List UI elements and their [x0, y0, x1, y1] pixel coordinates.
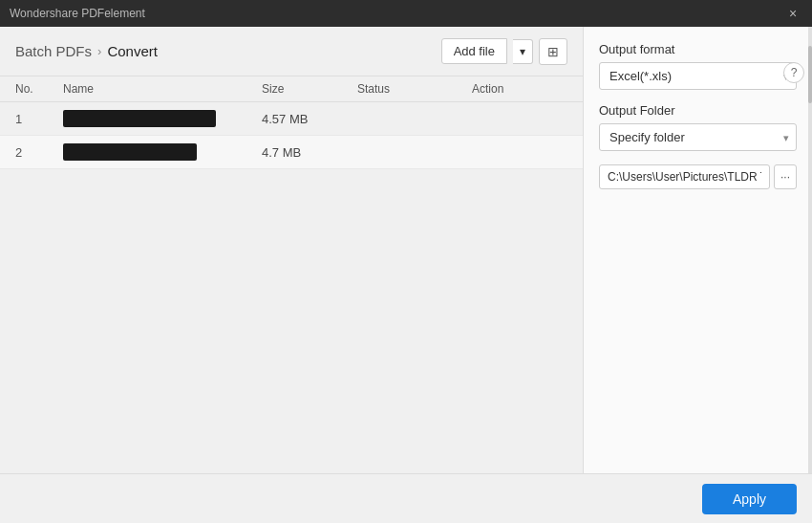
output-format-select[interactable]: Excel(*.xls) Word(*.docx) PowerPoint(*.p… — [599, 62, 797, 90]
output-folder-section: Output Folder Specify folder Same as sou… — [599, 103, 797, 151]
help-icon[interactable]: ? — [783, 62, 804, 83]
folder-button[interactable]: ⊞ — [539, 38, 567, 65]
add-file-dropdown-button[interactable]: ▾ — [513, 39, 533, 64]
main-area: Batch PDFs › Convert Add file ▾ ⊞ No. Na… — [0, 27, 812, 473]
apply-button[interactable]: Apply — [702, 484, 797, 514]
add-file-button[interactable]: Add file — [441, 38, 507, 64]
cell-no-2: 2 — [15, 145, 63, 160]
breadcrumb-separator: › — [97, 44, 101, 58]
close-button[interactable]: × — [783, 4, 802, 23]
table-row[interactable]: 2 4.7 MB — [0, 136, 583, 169]
col-no: No. — [15, 82, 63, 96]
output-format-label: Output format — [599, 42, 797, 56]
col-action: Action — [472, 82, 567, 96]
folder-path-input[interactable] — [599, 164, 770, 189]
cell-name-1 — [63, 110, 262, 127]
breadcrumb-current: Convert — [107, 43, 158, 59]
output-format-select-wrapper: Excel(*.xls) Word(*.docx) PowerPoint(*.p… — [599, 62, 797, 90]
table-header: No. Name Size Status Action — [0, 76, 583, 102]
left-panel: Batch PDFs › Convert Add file ▾ ⊞ No. Na… — [0, 27, 583, 473]
right-scrollbar — [808, 27, 812, 473]
header-actions: Add file ▾ ⊞ — [441, 38, 567, 65]
cell-size-2: 4.7 MB — [262, 145, 357, 160]
col-status: Status — [357, 82, 472, 96]
col-size: Size — [262, 82, 357, 96]
bottom-bar: Apply — [0, 473, 812, 523]
cell-name-2 — [63, 143, 262, 161]
table-row[interactable]: 1 4.57 MB — [0, 102, 583, 136]
header: Batch PDFs › Convert Add file ▾ ⊞ — [0, 27, 583, 76]
right-panel: Output format Excel(*.xls) Word(*.docx) … — [583, 27, 812, 473]
title-bar: Wondershare PDFelement × — [0, 0, 812, 27]
more-button[interactable]: ··· — [774, 164, 797, 189]
right-scrollbar-thumb — [808, 46, 812, 103]
breadcrumb: Batch PDFs › Convert — [15, 43, 158, 59]
file-table: No. Name Size Status Action 1 4.57 MB 2 — [0, 76, 583, 473]
redacted-name-1 — [63, 110, 216, 127]
col-name: Name — [63, 82, 262, 96]
question-mark: ? — [791, 66, 798, 79]
folder-path-row: ··· — [599, 164, 797, 189]
output-folder-select[interactable]: Specify folder Same as source folder — [599, 123, 797, 151]
cell-size-1: 4.57 MB — [262, 112, 357, 126]
breadcrumb-parent[interactable]: Batch PDFs — [15, 43, 92, 59]
output-folder-label: Output Folder — [599, 103, 797, 118]
redacted-name-2 — [63, 143, 197, 161]
output-format-row: Excel(*.xls) Word(*.docx) PowerPoint(*.p… — [599, 62, 797, 90]
output-format-section: Output format Excel(*.xls) Word(*.docx) … — [599, 42, 797, 90]
cell-no-1: 1 — [15, 112, 63, 126]
output-folder-select-wrapper: Specify folder Same as source folder ▾ — [599, 123, 797, 151]
app-title: Wondershare PDFelement — [10, 7, 145, 20]
folder-icon: ⊞ — [547, 44, 559, 59]
